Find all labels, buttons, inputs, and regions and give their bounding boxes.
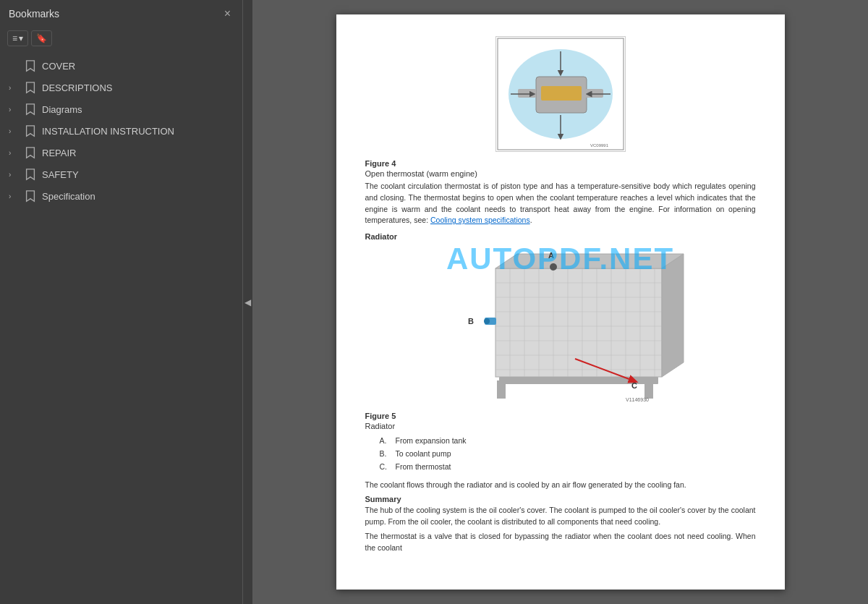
svg-rect-4	[541, 86, 582, 101]
svg-marker-28	[495, 254, 684, 268]
thermostat-diagram-svg: VC09991	[496, 37, 625, 151]
figure4-text2: .	[530, 216, 532, 224]
list-view-button[interactable]: ≡ ▾	[7, 30, 28, 46]
sidebar-item-repair[interactable]: › REPAIR	[0, 142, 242, 163]
bookmark-icon-installation	[25, 124, 36, 137]
summary-text2: The thermostat is a valve that is closed…	[365, 531, 756, 554]
bookmark-icon-specification	[25, 190, 36, 203]
figure5-caption-bold: Figure 5	[365, 412, 756, 420]
sidebar-item-installation[interactable]: › INSTALLATION INSTRUCTION	[0, 120, 242, 142]
svg-rect-32	[644, 380, 653, 399]
svg-marker-29	[662, 254, 684, 377]
sidebar-toolbar: ≡ ▾ 🔖	[0, 27, 242, 52]
collapse-arrow-icon: ◀	[244, 297, 251, 307]
summary-text1: The hub of the cooling system is the oil…	[365, 505, 756, 528]
bookmark-icon-descriptions	[25, 81, 36, 94]
bookmark-icon-safety	[25, 168, 36, 181]
svg-text:B: B	[468, 317, 474, 326]
expand-arrow-diagrams: ›	[9, 106, 19, 114]
bookmark-icon: 🔖	[36, 33, 47, 43]
summary-heading: Summary	[365, 495, 756, 503]
list-letter-c: C.	[380, 461, 390, 474]
figure5-caption-sub: Radiator	[365, 422, 756, 430]
bookmark-add-button[interactable]: 🔖	[31, 30, 52, 46]
list-letter-a: A.	[380, 435, 390, 448]
expand-arrow-specification: ›	[9, 192, 19, 200]
sidebar-label-safety: SAFETY	[42, 169, 234, 180]
expand-arrow-safety: ›	[9, 171, 19, 179]
list-icon: ≡	[12, 33, 17, 43]
sidebar-item-diagrams[interactable]: › Diagrams	[0, 98, 242, 120]
figure4-text: The coolant circulation thermostat is of…	[365, 181, 756, 226]
figure4-caption-bold: Figure 4	[365, 159, 756, 168]
svg-text:C: C	[631, 381, 637, 390]
sidebar-label-repair: REPAIR	[42, 148, 234, 158]
svg-text:V1146930: V1146930	[626, 397, 649, 402]
svg-rect-5	[518, 89, 536, 98]
page-wrapper[interactable]: AUTOPDF.NET	[252, 0, 868, 604]
list-text-a: From expansion tank	[396, 435, 467, 448]
figure5-image-container: A B C	[430, 247, 691, 406]
list-letter-b: B.	[380, 448, 390, 461]
svg-rect-6	[585, 89, 603, 98]
expand-arrow-installation: ›	[9, 127, 19, 135]
list-text-c: From thermostat	[396, 461, 451, 474]
expand-arrow-descriptions: ›	[9, 84, 19, 92]
bookmark-list: COVER › DESCRIPTIONS › Diagrams ›	[0, 52, 242, 604]
sidebar-item-cover[interactable]: COVER	[0, 55, 242, 77]
figure5-list: A. From expansion tank B. To coolant pum…	[380, 435, 756, 474]
sidebar-header: Bookmarks ×	[0, 0, 242, 27]
sidebar-label-cover: COVER	[42, 61, 234, 72]
svg-text:VC09991: VC09991	[590, 143, 609, 148]
sidebar-collapse-handle[interactable]: ◀	[242, 0, 252, 604]
bookmark-icon-repair	[25, 146, 36, 159]
pdf-page: AUTOPDF.NET	[336, 14, 785, 590]
figure4-caption-sub: Open thermostat (warm engine)	[365, 169, 756, 178]
dropdown-arrow-icon: ▾	[19, 33, 23, 43]
svg-point-37	[484, 318, 490, 324]
sidebar-item-specification[interactable]: › Specification	[0, 185, 242, 207]
list-item-a: A. From expansion tank	[380, 435, 756, 448]
sidebar-title: Bookmarks	[9, 8, 59, 20]
main-content: AUTOPDF.NET	[252, 0, 868, 604]
cooling-system-link[interactable]: Cooling system specifications	[430, 216, 530, 224]
list-item-c: C. From thermostat	[380, 461, 756, 474]
figure4-text1: The coolant circulation thermostat is of…	[365, 182, 756, 224]
expand-arrow-repair: ›	[9, 149, 19, 157]
sidebar-item-descriptions[interactable]: › DESCRIPTIONS	[0, 77, 242, 98]
svg-rect-31	[497, 380, 506, 399]
expand-arrow-cover	[9, 62, 19, 70]
list-text-b: To coolant pump	[396, 448, 451, 461]
list-item-b: B. To coolant pump	[380, 448, 756, 461]
sidebar-label-installation: INSTALLATION INSTRUCTION	[42, 126, 234, 137]
sidebar-item-safety[interactable]: › SAFETY	[0, 163, 242, 185]
svg-text:A: A	[548, 251, 554, 260]
bookmark-icon-cover	[25, 59, 36, 72]
radiator-diagram-svg: A B C	[430, 247, 691, 406]
sidebar-label-specification: Specification	[42, 191, 234, 202]
sidebar-label-diagrams: Diagrams	[42, 104, 234, 115]
bookmark-icon-diagrams	[25, 103, 36, 116]
figure5-text-after: The coolant flows through the radiator a…	[365, 480, 756, 491]
sidebar-label-descriptions: DESCRIPTIONS	[42, 82, 234, 93]
close-button[interactable]: ×	[221, 6, 234, 22]
figure4-image-container: VC09991	[495, 36, 626, 152]
sidebar: Bookmarks × ≡ ▾ 🔖 COVER ›	[0, 0, 242, 604]
radiator-heading: Radiator	[365, 232, 756, 241]
